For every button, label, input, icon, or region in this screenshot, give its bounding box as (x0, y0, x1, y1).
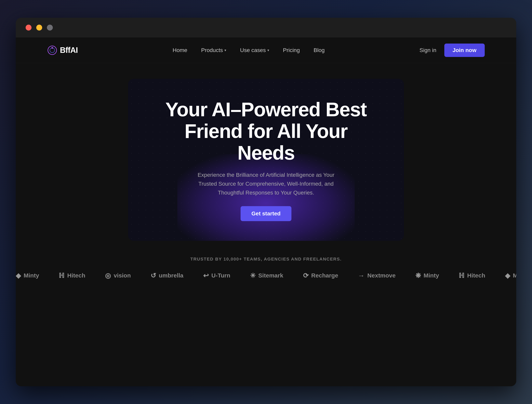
hero-card: Your AI–Powered Best Friend for All Your… (128, 79, 404, 241)
list-item: ❋ Minty (415, 272, 439, 279)
fullscreen-dot[interactable] (47, 25, 53, 31)
list-item: ℍ Hitech (59, 272, 85, 279)
trust-section: TRUSTED BY 10,000+ TEAMS, AGENCIES AND F… (16, 241, 516, 287)
hero-content: Your AI–Powered Best Friend for All Your… (156, 99, 376, 221)
list-item: ↺ umbrella (151, 272, 184, 279)
vision-icon: ◎ (105, 272, 111, 279)
hitech-icon: ℍ (59, 272, 64, 279)
main-content: Your AI–Powered Best Friend for All Your… (16, 63, 516, 386)
close-dot[interactable] (26, 25, 32, 31)
list-item: ⟳ Recharge (303, 272, 338, 279)
list-item: ℍ Hitech (459, 272, 485, 279)
list-item: ◆ Minty (16, 272, 39, 279)
nav-actions: Sign in Join now (419, 44, 485, 57)
hitech2-icon: ℍ (459, 272, 464, 279)
sitemark-icon: ✳ (250, 272, 256, 279)
hero-section: Your AI–Powered Best Friend for All Your… (16, 63, 516, 241)
nav-products[interactable]: Products ▾ (201, 47, 226, 53)
get-started-button[interactable]: Get started (241, 206, 291, 221)
navbar: BffAI Home Products ▾ Use cases ▾ Pricin… (16, 38, 516, 63)
hero-subtitle: Experience the Brilliance of Artificial … (195, 171, 337, 197)
trust-label: TRUSTED BY 10,000+ TEAMS, AGENCIES AND F… (190, 257, 342, 262)
desktop-window: BffAI Home Products ▾ Use cases ▾ Pricin… (16, 18, 516, 386)
list-item: ◆ Minty (505, 272, 516, 279)
logo-text: BffAI (60, 46, 78, 55)
hero-title: Your AI–Powered Best Friend for All Your… (156, 99, 376, 164)
uturn-icon: ↩ (203, 272, 209, 279)
brand-marquee: ◆ Minty ℍ Hitech ◎ vision ↺ (16, 272, 516, 279)
list-item: → Nextmove (358, 272, 395, 279)
list-item: ◎ vision (105, 272, 131, 279)
nav-links: Home Products ▾ Use cases ▾ Pricing Blog (173, 47, 325, 53)
join-now-button[interactable]: Join now (444, 44, 485, 57)
browser-window: BffAI Home Products ▾ Use cases ▾ Pricin… (16, 38, 516, 386)
use-cases-chevron-icon: ▾ (267, 48, 269, 52)
recharge-icon: ⟳ (303, 272, 309, 279)
logo-icon (47, 45, 57, 55)
list-item: ↩ U-Turn (203, 272, 230, 279)
marquee-track: ◆ Minty ℍ Hitech ◎ vision ↺ (16, 272, 516, 279)
nextmove-icon: → (358, 272, 365, 279)
logo[interactable]: BffAI (47, 45, 78, 55)
umbrella-icon: ↺ (151, 272, 156, 279)
svg-point-2 (51, 47, 53, 49)
list-item: ✳ Sitemark (250, 272, 283, 279)
minimize-dot[interactable] (36, 25, 42, 31)
sign-in-button[interactable]: Sign in (419, 47, 437, 53)
titlebar (16, 18, 516, 38)
minty3-icon: ◆ (505, 272, 510, 279)
nav-blog[interactable]: Blog (314, 47, 325, 53)
minty2-icon: ❋ (415, 272, 421, 279)
nav-home[interactable]: Home (173, 47, 187, 53)
products-chevron-icon: ▾ (224, 48, 226, 52)
minty-icon: ◆ (16, 272, 21, 279)
nav-pricing[interactable]: Pricing (283, 47, 300, 53)
nav-use-cases[interactable]: Use cases ▾ (240, 47, 269, 53)
